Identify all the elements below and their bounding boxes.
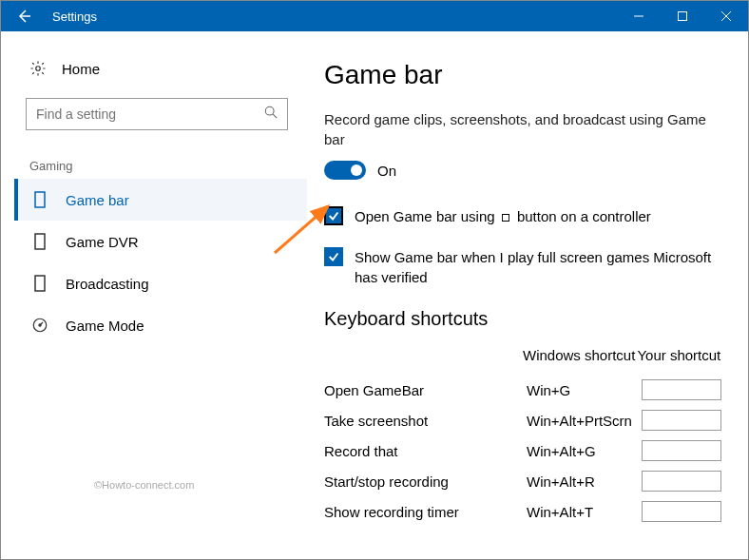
- controller-checkbox[interactable]: [324, 206, 343, 225]
- toggle-label: On: [377, 163, 396, 179]
- rect-icon: [31, 233, 48, 250]
- sidebar-item-game-mode[interactable]: Game Mode: [14, 304, 307, 346]
- sidebar-item-game-dvr[interactable]: Game DVR: [14, 221, 307, 262]
- controller-checkbox-label: Open Game bar using 🗆 button on a contro…: [355, 206, 651, 226]
- window-title: Settings: [47, 10, 617, 24]
- svg-rect-4: [35, 234, 45, 249]
- home-label: Home: [62, 61, 100, 77]
- page-title: Game bar: [324, 60, 721, 90]
- your-shortcut-input[interactable]: [642, 410, 721, 431]
- main-panel: Game bar Record game clips, screenshots,…: [315, 31, 748, 559]
- shortcut-row: Start/stop recordingWin+Alt+R: [324, 466, 721, 496]
- windows-shortcut: Win+Alt+PrtScrn: [527, 413, 642, 429]
- shortcuts-heading: Keyboard shortcuts: [324, 308, 721, 330]
- shortcut-row: Record thatWin+Alt+G: [324, 435, 721, 466]
- shortcut-row: Open GameBarWin+G: [324, 375, 721, 405]
- your-shortcut-input[interactable]: [642, 440, 721, 461]
- minimize-button[interactable]: [617, 1, 661, 31]
- sidebar-item-label: Broadcasting: [66, 276, 149, 292]
- sidebar-item-label: Game bar: [66, 192, 129, 208]
- gear-icon: [29, 60, 47, 77]
- titlebar: Settings: [1, 1, 748, 31]
- watermark: ©Howto-connect.com: [94, 479, 194, 491]
- shortcut-label: Start/stop recording: [324, 473, 527, 490]
- shortcut-table: Windows shortcut Your shortcut Open Game…: [324, 347, 721, 527]
- fullscreen-checkbox[interactable]: [324, 247, 343, 266]
- shortcut-label: Record that: [324, 443, 527, 459]
- rect-icon: [31, 275, 48, 292]
- shortcut-row: Show recording timerWin+Alt+T: [324, 496, 721, 527]
- shortcut-label: Open GameBar: [324, 382, 527, 398]
- back-button[interactable]: [1, 1, 47, 31]
- search-input[interactable]: [26, 98, 288, 130]
- svg-point-1: [36, 67, 41, 71]
- svg-point-7: [39, 324, 41, 326]
- home-link[interactable]: Home: [24, 50, 307, 90]
- sidebar-item-broadcasting[interactable]: Broadcasting: [14, 262, 307, 304]
- windows-shortcut: Win+Alt+T: [527, 504, 642, 520]
- col-windows-shortcut: Windows shortcut: [523, 347, 637, 363]
- shortcut-label: Take screenshot: [324, 413, 527, 429]
- rect-icon: [31, 191, 48, 208]
- game-bar-toggle[interactable]: [324, 161, 366, 180]
- windows-shortcut: Win+Alt+R: [527, 473, 642, 490]
- page-description: Record game clips, screenshots, and broa…: [324, 109, 721, 149]
- your-shortcut-input[interactable]: [642, 379, 721, 400]
- svg-rect-5: [35, 276, 45, 291]
- gauge-icon: [31, 317, 48, 334]
- windows-shortcut: Win+G: [527, 382, 642, 398]
- maximize-button[interactable]: [661, 1, 704, 31]
- section-label: Gaming: [24, 155, 307, 179]
- shortcut-label: Show recording timer: [324, 504, 527, 520]
- svg-point-2: [265, 106, 274, 115]
- your-shortcut-input[interactable]: [642, 471, 721, 492]
- fullscreen-checkbox-label: Show Game bar when I play full screen ga…: [355, 247, 721, 287]
- sidebar-item-game-bar[interactable]: Game bar: [14, 179, 307, 221]
- svg-rect-3: [35, 192, 45, 207]
- sidebar-item-label: Game DVR: [66, 234, 139, 250]
- close-button[interactable]: [704, 1, 748, 31]
- shortcut-row: Take screenshotWin+Alt+PrtScrn: [324, 405, 721, 435]
- search-icon: [264, 106, 278, 123]
- windows-shortcut: Win+Alt+G: [527, 443, 642, 459]
- search-field[interactable]: [36, 106, 264, 122]
- your-shortcut-input[interactable]: [642, 501, 721, 522]
- svg-rect-0: [679, 12, 687, 21]
- sidebar-item-label: Game Mode: [66, 318, 144, 334]
- col-your-shortcut: Your shortcut: [637, 347, 721, 363]
